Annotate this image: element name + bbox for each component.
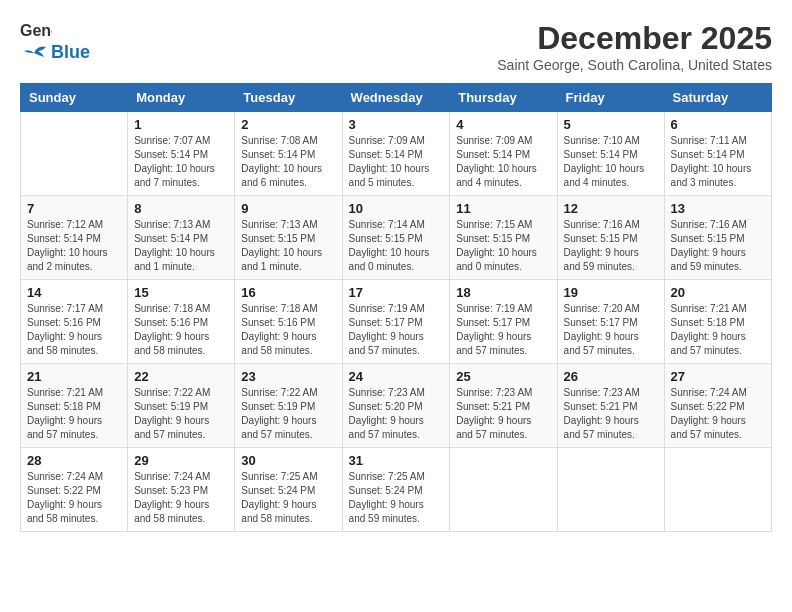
calendar-cell: 21Sunrise: 7:21 AM Sunset: 5:18 PM Dayli… [21,364,128,448]
calendar-cell [21,112,128,196]
day-details: Sunrise: 7:07 AM Sunset: 5:14 PM Dayligh… [134,134,228,190]
calendar-cell: 12Sunrise: 7:16 AM Sunset: 5:15 PM Dayli… [557,196,664,280]
day-number: 16 [241,285,335,300]
calendar-cell: 14Sunrise: 7:17 AM Sunset: 5:16 PM Dayli… [21,280,128,364]
day-details: Sunrise: 7:24 AM Sunset: 5:22 PM Dayligh… [671,386,765,442]
week-row-2: 7Sunrise: 7:12 AM Sunset: 5:14 PM Daylig… [21,196,772,280]
day-details: Sunrise: 7:12 AM Sunset: 5:14 PM Dayligh… [27,218,121,274]
calendar-cell: 23Sunrise: 7:22 AM Sunset: 5:19 PM Dayli… [235,364,342,448]
day-number: 10 [349,201,444,216]
day-details: Sunrise: 7:09 AM Sunset: 5:14 PM Dayligh… [456,134,550,190]
day-details: Sunrise: 7:08 AM Sunset: 5:14 PM Dayligh… [241,134,335,190]
day-details: Sunrise: 7:18 AM Sunset: 5:16 PM Dayligh… [241,302,335,358]
day-number: 25 [456,369,550,384]
day-details: Sunrise: 7:22 AM Sunset: 5:19 PM Dayligh… [241,386,335,442]
week-row-3: 14Sunrise: 7:17 AM Sunset: 5:16 PM Dayli… [21,280,772,364]
calendar-cell: 6Sunrise: 7:11 AM Sunset: 5:14 PM Daylig… [664,112,771,196]
logo-icon: General [20,20,52,42]
day-number: 2 [241,117,335,132]
day-header-sunday: Sunday [21,84,128,112]
day-header-thursday: Thursday [450,84,557,112]
day-details: Sunrise: 7:22 AM Sunset: 5:19 PM Dayligh… [134,386,228,442]
day-number: 18 [456,285,550,300]
day-details: Sunrise: 7:18 AM Sunset: 5:16 PM Dayligh… [134,302,228,358]
day-number: 19 [564,285,658,300]
day-details: Sunrise: 7:16 AM Sunset: 5:15 PM Dayligh… [671,218,765,274]
calendar-cell: 4Sunrise: 7:09 AM Sunset: 5:14 PM Daylig… [450,112,557,196]
week-row-5: 28Sunrise: 7:24 AM Sunset: 5:22 PM Dayli… [21,448,772,532]
day-number: 7 [27,201,121,216]
calendar-cell: 30Sunrise: 7:25 AM Sunset: 5:24 PM Dayli… [235,448,342,532]
week-row-4: 21Sunrise: 7:21 AM Sunset: 5:18 PM Dayli… [21,364,772,448]
day-details: Sunrise: 7:11 AM Sunset: 5:14 PM Dayligh… [671,134,765,190]
day-number: 6 [671,117,765,132]
calendar-cell: 2Sunrise: 7:08 AM Sunset: 5:14 PM Daylig… [235,112,342,196]
day-header-monday: Monday [128,84,235,112]
day-details: Sunrise: 7:15 AM Sunset: 5:15 PM Dayligh… [456,218,550,274]
day-details: Sunrise: 7:09 AM Sunset: 5:14 PM Dayligh… [349,134,444,190]
calendar-cell: 24Sunrise: 7:23 AM Sunset: 5:20 PM Dayli… [342,364,450,448]
day-details: Sunrise: 7:13 AM Sunset: 5:14 PM Dayligh… [134,218,228,274]
day-details: Sunrise: 7:23 AM Sunset: 5:20 PM Dayligh… [349,386,444,442]
calendar-cell: 19Sunrise: 7:20 AM Sunset: 5:17 PM Dayli… [557,280,664,364]
day-number: 11 [456,201,550,216]
day-number: 30 [241,453,335,468]
day-details: Sunrise: 7:25 AM Sunset: 5:24 PM Dayligh… [241,470,335,526]
day-details: Sunrise: 7:19 AM Sunset: 5:17 PM Dayligh… [456,302,550,358]
week-row-1: 1Sunrise: 7:07 AM Sunset: 5:14 PM Daylig… [21,112,772,196]
day-number: 26 [564,369,658,384]
day-number: 3 [349,117,444,132]
day-number: 5 [564,117,658,132]
day-number: 9 [241,201,335,216]
calendar-cell: 18Sunrise: 7:19 AM Sunset: 5:17 PM Dayli… [450,280,557,364]
calendar-cell: 29Sunrise: 7:24 AM Sunset: 5:23 PM Dayli… [128,448,235,532]
day-number: 8 [134,201,228,216]
day-details: Sunrise: 7:10 AM Sunset: 5:14 PM Dayligh… [564,134,658,190]
day-details: Sunrise: 7:19 AM Sunset: 5:17 PM Dayligh… [349,302,444,358]
calendar-cell: 13Sunrise: 7:16 AM Sunset: 5:15 PM Dayli… [664,196,771,280]
day-details: Sunrise: 7:24 AM Sunset: 5:23 PM Dayligh… [134,470,228,526]
calendar-cell [557,448,664,532]
page-header: General Blue December 2025 Saint George,… [20,20,772,73]
day-number: 28 [27,453,121,468]
logo: General Blue [20,20,90,63]
title-section: December 2025 Saint George, South Caroli… [497,20,772,73]
calendar-cell: 10Sunrise: 7:14 AM Sunset: 5:15 PM Dayli… [342,196,450,280]
calendar-cell: 3Sunrise: 7:09 AM Sunset: 5:14 PM Daylig… [342,112,450,196]
day-details: Sunrise: 7:23 AM Sunset: 5:21 PM Dayligh… [456,386,550,442]
day-details: Sunrise: 7:21 AM Sunset: 5:18 PM Dayligh… [671,302,765,358]
day-details: Sunrise: 7:25 AM Sunset: 5:24 PM Dayligh… [349,470,444,526]
calendar-cell: 26Sunrise: 7:23 AM Sunset: 5:21 PM Dayli… [557,364,664,448]
logo-bird-icon [20,43,48,63]
calendar-cell: 11Sunrise: 7:15 AM Sunset: 5:15 PM Dayli… [450,196,557,280]
day-details: Sunrise: 7:17 AM Sunset: 5:16 PM Dayligh… [27,302,121,358]
day-header-wednesday: Wednesday [342,84,450,112]
day-details: Sunrise: 7:23 AM Sunset: 5:21 PM Dayligh… [564,386,658,442]
calendar-table: SundayMondayTuesdayWednesdayThursdayFrid… [20,83,772,532]
day-header-saturday: Saturday [664,84,771,112]
day-number: 17 [349,285,444,300]
calendar-cell: 7Sunrise: 7:12 AM Sunset: 5:14 PM Daylig… [21,196,128,280]
day-details: Sunrise: 7:20 AM Sunset: 5:17 PM Dayligh… [564,302,658,358]
calendar-cell: 28Sunrise: 7:24 AM Sunset: 5:22 PM Dayli… [21,448,128,532]
calendar-cell: 1Sunrise: 7:07 AM Sunset: 5:14 PM Daylig… [128,112,235,196]
day-details: Sunrise: 7:21 AM Sunset: 5:18 PM Dayligh… [27,386,121,442]
month-title: December 2025 [497,20,772,57]
calendar-cell: 27Sunrise: 7:24 AM Sunset: 5:22 PM Dayli… [664,364,771,448]
day-number: 15 [134,285,228,300]
location-subtitle: Saint George, South Carolina, United Sta… [497,57,772,73]
day-number: 29 [134,453,228,468]
day-number: 13 [671,201,765,216]
day-number: 24 [349,369,444,384]
calendar-cell: 5Sunrise: 7:10 AM Sunset: 5:14 PM Daylig… [557,112,664,196]
day-number: 20 [671,285,765,300]
day-number: 1 [134,117,228,132]
calendar-cell: 9Sunrise: 7:13 AM Sunset: 5:15 PM Daylig… [235,196,342,280]
calendar-cell: 15Sunrise: 7:18 AM Sunset: 5:16 PM Dayli… [128,280,235,364]
day-number: 31 [349,453,444,468]
calendar-cell [664,448,771,532]
day-details: Sunrise: 7:13 AM Sunset: 5:15 PM Dayligh… [241,218,335,274]
day-details: Sunrise: 7:16 AM Sunset: 5:15 PM Dayligh… [564,218,658,274]
calendar-cell: 8Sunrise: 7:13 AM Sunset: 5:14 PM Daylig… [128,196,235,280]
header-row: SundayMondayTuesdayWednesdayThursdayFrid… [21,84,772,112]
